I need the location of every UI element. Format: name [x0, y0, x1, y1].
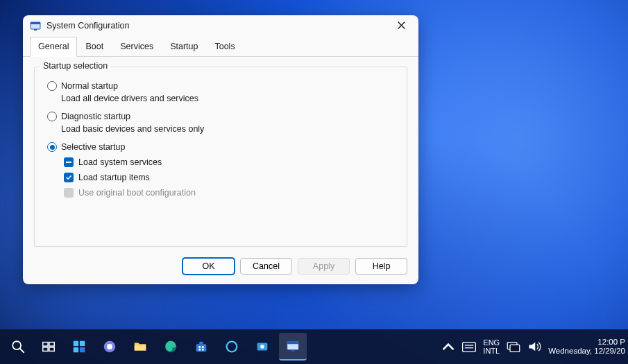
check-label: Load startup items: [78, 173, 150, 182]
svg-rect-33: [510, 345, 520, 352]
taskbar-left: [0, 333, 307, 361]
apply-button: Apply: [298, 258, 350, 275]
language-line1: ENG: [483, 338, 500, 347]
check-load-startup-items[interactable]: Load startup items: [64, 173, 397, 182]
volume-icon[interactable]: [527, 340, 541, 354]
option-sublabel: Load all device drivers and services: [61, 94, 397, 103]
check-use-original-boot-configuration: Use original boot configuration: [64, 188, 397, 198]
option-selective-startup[interactable]: Selective startup Load system services L…: [47, 142, 397, 198]
svg-rect-7: [43, 347, 48, 352]
tab-general[interactable]: General: [30, 37, 77, 57]
touch-keyboard-icon[interactable]: [462, 340, 476, 354]
checkbox-icon: [64, 173, 74, 182]
option-sublabel: Load basic devices and services only: [61, 124, 397, 134]
clock-date: Wednesday, 12/29/20: [548, 347, 625, 356]
msconfig-taskbar-icon[interactable]: [279, 333, 307, 361]
tray-chevron-up-icon[interactable]: [441, 340, 455, 354]
taskbar: ENG INTL 12:00 P Wednesday, 12/29/20: [0, 329, 628, 364]
option-diagnostic-startup[interactable]: Diagnostic startup Load basic devices an…: [47, 112, 397, 134]
svg-rect-29: [463, 342, 476, 352]
dialog-button-row: OK Cancel Apply Help: [23, 252, 418, 284]
titlebar[interactable]: System Configuration: [23, 15, 418, 35]
search-icon[interactable]: [4, 333, 32, 361]
clock-time: 12:00 P: [548, 338, 625, 347]
close-button[interactable]: [388, 16, 414, 35]
option-label: Diagnostic startup: [61, 112, 130, 121]
svg-point-23: [227, 342, 237, 352]
close-icon: [398, 21, 405, 29]
svg-rect-28: [291, 350, 295, 352]
selective-startup-checks: Load system services Load startup items …: [64, 157, 397, 198]
file-explorer-icon[interactable]: [126, 333, 154, 361]
desktop: System Configuration General Boot Servic…: [0, 0, 628, 364]
option-label: Selective startup: [61, 142, 125, 152]
svg-rect-20: [202, 346, 204, 348]
svg-rect-17: [196, 344, 207, 352]
help-button[interactable]: Help: [355, 258, 407, 275]
edge-icon[interactable]: [157, 333, 185, 361]
check-load-system-services[interactable]: Load system services: [64, 157, 397, 167]
tab-panel-general: Startup selection Normal startup Load al…: [23, 57, 418, 252]
svg-rect-18: [199, 342, 203, 345]
svg-rect-15: [135, 345, 146, 350]
option-normal-startup[interactable]: Normal startup Load all device drivers a…: [47, 81, 397, 103]
radio-icon: [47, 112, 57, 121]
microsoft-store-icon[interactable]: [187, 333, 215, 361]
system-configuration-dialog: System Configuration General Boot Servic…: [23, 15, 418, 284]
check-label: Load system services: [78, 157, 162, 167]
radio-icon: [47, 81, 57, 91]
network-icon[interactable]: [507, 340, 520, 354]
dialog-title: System Configuration: [46, 21, 388, 31]
tab-strip: General Boot Services Startup Tools: [23, 37, 418, 57]
option-label: Normal startup: [61, 81, 118, 91]
svg-rect-10: [80, 341, 85, 346]
tab-boot[interactable]: Boot: [77, 37, 112, 56]
svg-rect-8: [49, 347, 54, 352]
checkbox-icon: [64, 188, 74, 198]
cancel-button[interactable]: Cancel: [240, 258, 292, 275]
svg-point-25: [260, 345, 264, 349]
tab-services[interactable]: Services: [112, 37, 162, 56]
check-label: Use original boot configuration: [78, 188, 196, 198]
svg-rect-2: [34, 29, 37, 31]
msconfig-icon: [30, 20, 41, 31]
svg-rect-11: [74, 347, 78, 352]
checkbox-icon: [64, 157, 74, 167]
svg-rect-5: [43, 343, 48, 347]
widgets-icon[interactable]: [65, 333, 93, 361]
snipping-tool-icon[interactable]: [248, 333, 276, 361]
ok-button[interactable]: OK: [183, 258, 235, 275]
taskbar-clock[interactable]: 12:00 P Wednesday, 12/29/20: [548, 338, 625, 356]
svg-rect-27: [287, 342, 299, 345]
startup-selection-group: Startup selection Normal startup Load al…: [34, 67, 407, 247]
cortana-icon[interactable]: [218, 333, 246, 361]
svg-rect-6: [49, 343, 54, 347]
tab-tools[interactable]: Tools: [206, 37, 243, 56]
teams-chat-icon[interactable]: [96, 333, 124, 361]
svg-rect-14: [107, 344, 112, 349]
svg-rect-1: [31, 22, 40, 24]
language-line2: INTL: [483, 347, 500, 355]
taskbar-right: ENG INTL 12:00 P Wednesday, 12/29/20: [441, 338, 628, 356]
svg-rect-12: [80, 347, 85, 352]
tab-startup[interactable]: Startup: [162, 37, 206, 56]
task-view-icon[interactable]: [35, 333, 62, 361]
svg-rect-9: [74, 341, 78, 346]
svg-rect-19: [198, 346, 201, 348]
language-indicator[interactable]: ENG INTL: [483, 338, 500, 355]
svg-rect-21: [198, 349, 201, 351]
svg-line-4: [20, 349, 24, 353]
group-legend: Startup selection: [40, 61, 110, 71]
svg-rect-22: [202, 349, 204, 351]
radio-icon: [47, 142, 57, 152]
